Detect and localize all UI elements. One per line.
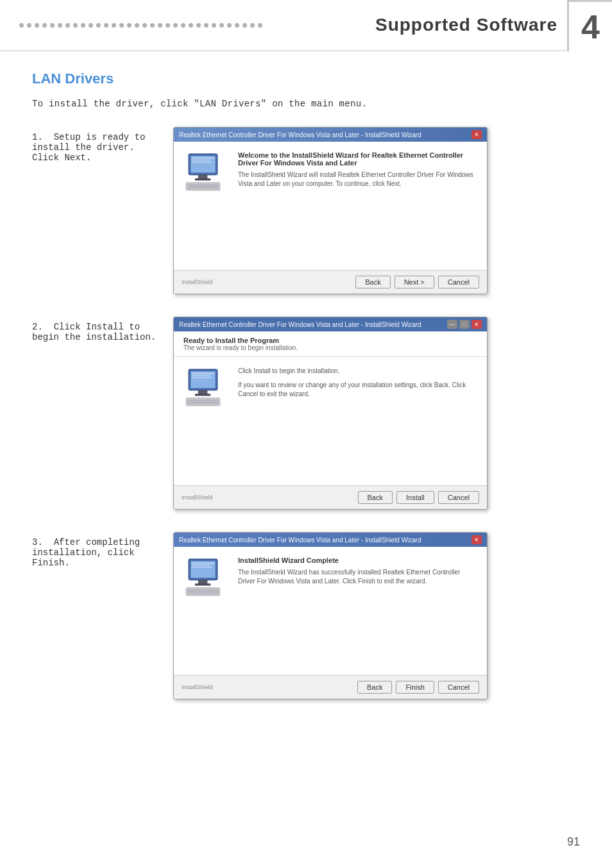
computer-icon-3 — [183, 556, 225, 598]
page-header: Supported Software 4 — [0, 0, 612, 51]
step-1-icon — [183, 151, 228, 260]
svg-rect-16 — [192, 375, 210, 376]
svg-rect-14 — [188, 399, 219, 404]
step-1-text-area: 1. Setup is ready to install the driver.… — [32, 127, 160, 163]
step-2-close-button[interactable]: ✕ — [472, 320, 482, 329]
step-2-subheader-title: Ready to Install the Program — [183, 337, 477, 344]
dot-19 — [166, 23, 170, 28]
step-1-content: Welcome to the InstallShield Wizard for … — [238, 151, 477, 260]
step-3-buttons: Back Finish Cancel — [357, 681, 479, 694]
dot-8 — [81, 23, 85, 28]
step-3-content-title: InstallShield Wizard Complete — [238, 556, 477, 564]
dot-22 — [189, 23, 193, 28]
step-3-text-area: 3. After completing installation, click … — [32, 532, 160, 568]
step-3-body: InstallShield Wizard Complete The Instal… — [174, 547, 487, 675]
step-2-cancel-button[interactable]: Cancel — [438, 491, 479, 504]
chapter-number-box: 4 — [567, 0, 612, 51]
dot-0 — [19, 23, 24, 28]
step-2-buttons: Back Install Cancel — [358, 491, 479, 504]
step-2-content-text: Click Install to begin the installation.… — [238, 367, 477, 399]
step-2-back-button[interactable]: Back — [358, 491, 393, 504]
step-1-buttons: Back Next > Cancel — [355, 276, 479, 288]
dot-29 — [242, 23, 247, 28]
dot-2 — [35, 23, 39, 28]
dot-25 — [212, 23, 216, 28]
dot-1 — [27, 23, 31, 28]
step-3-dialog: Realtek Ethernet Controller Driver For W… — [173, 532, 488, 699]
step-2-subheader: Ready to Install the Program The wizard … — [174, 331, 487, 357]
step-1-next-button[interactable]: Next > — [395, 276, 434, 288]
dot-27 — [227, 23, 232, 28]
svg-rect-23 — [188, 589, 219, 594]
step-2-icon — [183, 367, 228, 476]
page-title: Supported Software — [375, 15, 567, 35]
main-content: LAN Drivers To install the driver, click… — [0, 51, 612, 754]
step-2-text-area: 2. Click Install to begin the installati… — [32, 317, 160, 342]
intro-text: To install the driver, click "LAN Driver… — [32, 99, 580, 109]
step-1-body: Welcome to the InstallShield Wizard for … — [174, 142, 487, 270]
step-1-footer-logo: InstallShield — [182, 279, 213, 285]
step-1-content-title: Welcome to the InstallShield Wizard for … — [238, 151, 477, 167]
step-2: 2. Click Install to begin the installati… — [32, 317, 580, 510]
step-1-titlebar: Realtek Ethernet Controller Driver For W… — [174, 128, 487, 142]
svg-rect-25 — [192, 565, 210, 566]
step-1-close-button[interactable]: ✕ — [472, 130, 482, 139]
dot-7 — [73, 23, 78, 28]
step-1-dialog: Realtek Ethernet Controller Driver For W… — [173, 127, 488, 294]
svg-rect-7 — [192, 160, 210, 161]
dot-13 — [119, 23, 124, 28]
dot-18 — [158, 23, 162, 28]
step-3-close-button[interactable]: ✕ — [472, 535, 482, 544]
step-1: 1. Setup is ready to install the driver.… — [32, 127, 580, 294]
step-3-back-button[interactable]: Back — [357, 681, 392, 694]
svg-rect-20 — [198, 580, 208, 585]
step-2-titlebar: Realtek Ethernet Controller Driver For W… — [174, 317, 487, 331]
dot-3 — [42, 23, 47, 28]
svg-rect-24 — [192, 563, 214, 564]
step-2-install-button[interactable]: Install — [396, 491, 434, 504]
step-2-content: Click Install to begin the installation.… — [238, 367, 477, 476]
step-2-footer: InstallShield Back Install Cancel — [174, 485, 487, 509]
dot-17 — [150, 23, 155, 28]
dot-26 — [219, 23, 224, 28]
step-2-footer-logo: InstallShield — [182, 494, 213, 501]
step-2-maximize-button[interactable]: □ — [459, 320, 470, 329]
svg-rect-21 — [195, 583, 210, 585]
dot-31 — [258, 23, 262, 28]
svg-rect-6 — [192, 158, 214, 159]
step-1-titlebar-title: Realtek Ethernet Controller Driver For W… — [179, 131, 421, 138]
step-2-text-p1: Click Install to begin the installation. — [238, 367, 477, 376]
step-1-back-button[interactable]: Back — [355, 276, 390, 288]
step-2-body: Click Install to begin the installation.… — [174, 357, 487, 485]
step-2-subheader-sub: The wizard is ready to begin installatio… — [183, 344, 477, 351]
dot-28 — [235, 23, 239, 28]
svg-rect-8 — [192, 162, 212, 163]
step-1-footer: InstallShield Back Next > Cancel — [174, 270, 487, 294]
dot-21 — [181, 23, 185, 28]
step-2-dialog: Realtek Ethernet Controller Driver For W… — [173, 317, 488, 510]
svg-rect-2 — [198, 175, 208, 179]
step-3: 3. After completing installation, click … — [32, 532, 580, 699]
step-3-titlebar-title: Realtek Ethernet Controller Driver For W… — [179, 537, 421, 544]
step-3-titlebar: Realtek Ethernet Controller Driver For W… — [174, 533, 487, 547]
step-2-window-controls: — □ ✕ — [447, 320, 482, 329]
step-3-cancel-button[interactable]: Cancel — [438, 681, 479, 694]
dot-6 — [65, 23, 70, 28]
step-3-finish-button[interactable]: Finish — [396, 681, 434, 694]
step-3-icon — [183, 556, 228, 665]
step-3-content-text: The InstallShield Wizard has successfull… — [238, 568, 477, 586]
step-2-minimize-button[interactable]: — — [447, 320, 457, 329]
computer-icon-1 — [183, 151, 225, 193]
svg-rect-3 — [195, 178, 210, 180]
dotted-decoration — [0, 0, 375, 50]
computer-icon-2 — [183, 367, 225, 408]
step-2-text: 2. Click Install to begin the installati… — [32, 322, 160, 342]
step-1-content-text: The InstallShield Wizard will install Re… — [238, 171, 477, 188]
dot-4 — [50, 23, 55, 28]
dot-15 — [135, 23, 139, 28]
dot-24 — [204, 23, 208, 28]
step-1-cancel-button[interactable]: Cancel — [438, 276, 479, 288]
dot-5 — [58, 23, 62, 28]
header-title-area: Supported Software — [375, 0, 567, 50]
step-3-footer-logo: InstallShield — [182, 684, 213, 690]
